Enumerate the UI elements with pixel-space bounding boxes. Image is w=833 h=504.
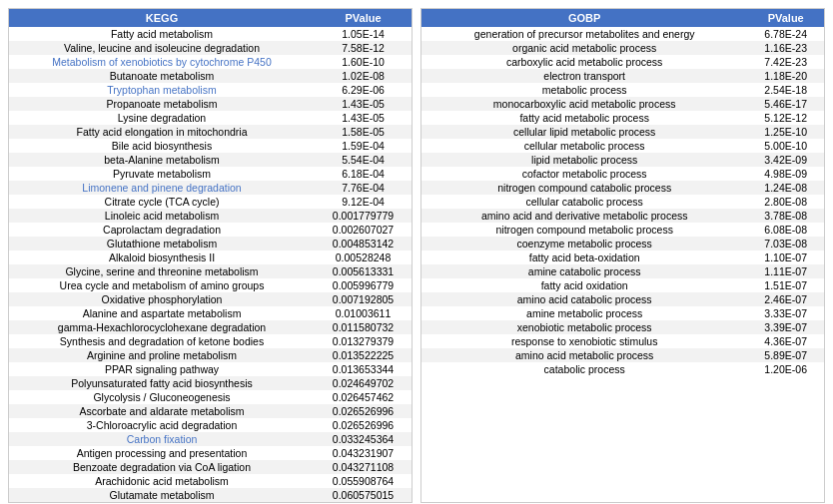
kegg-header-name: KEGG [9, 9, 315, 27]
kegg-pvalue: 9.12E-04 [315, 195, 412, 209]
gobp-pvalue: 1.16E-23 [747, 41, 824, 55]
gobp-pvalue: 2.46E-07 [747, 292, 824, 306]
table-row: Pyruvate metabolism6.18E-04 [9, 167, 412, 181]
kegg-pathway-name: Arachidonic acid metabolism [9, 474, 315, 488]
gobp-process-name: nitrogen compound catabolic process [421, 181, 747, 195]
kegg-pathway-name: Tryptophan metabolism [9, 83, 315, 97]
gobp-pvalue: 3.42E-09 [747, 153, 824, 167]
kegg-pathway-name: Ascorbate and aldarate metabolism [9, 404, 315, 418]
table-row: nitrogen compound metabolic process6.08E… [421, 223, 824, 237]
table-row: Citrate cycle (TCA cycle)9.12E-04 [9, 195, 412, 209]
table-row: Linoleic acid metabolism0.001779779 [9, 209, 412, 223]
gobp-header-pvalue: PValue [747, 9, 824, 27]
table-row: Synthesis and degradation of ketone bodi… [9, 334, 412, 348]
kegg-pvalue: 0.004853142 [315, 237, 412, 251]
table-row: Limonene and pinene degradation7.76E-04 [9, 181, 412, 195]
kegg-pathway-name: Benzoate degradation via CoA ligation [9, 460, 315, 474]
kegg-pvalue: 1.58E-05 [315, 125, 412, 139]
gobp-process-name: cellular lipid metabolic process [421, 125, 747, 139]
kegg-pvalue: 0.060575015 [315, 488, 412, 502]
table-row: xenobiotic metabolic process3.39E-07 [421, 320, 824, 334]
gobp-pvalue: 6.08E-08 [747, 223, 824, 237]
kegg-pathway-name: Synthesis and degradation of ketone bodi… [9, 334, 315, 348]
table-row: cellular lipid metabolic process1.25E-10 [421, 125, 824, 139]
kegg-pathway-name: Antigen processing and presentation [9, 446, 315, 460]
kegg-pvalue: 0.00528248 [315, 251, 412, 264]
table-row: Lysine degradation1.43E-05 [9, 111, 412, 125]
kegg-pvalue: 6.29E-06 [315, 83, 412, 97]
gobp-process-name: generation of precursor metabolites and … [421, 27, 747, 41]
gobp-pvalue: 5.00E-10 [747, 139, 824, 153]
table-row: fatty acid metabolic process5.12E-12 [421, 111, 824, 125]
table-row: Propanoate metabolism1.43E-05 [9, 97, 412, 111]
table-row: cellular metabolic process5.00E-10 [421, 139, 824, 153]
kegg-pathway-name: Alkaloid biosynthesis II [9, 251, 315, 264]
kegg-pvalue: 0.026526996 [315, 418, 412, 432]
gobp-pvalue: 1.24E-08 [747, 181, 824, 195]
kegg-pvalue: 0.055908764 [315, 474, 412, 488]
kegg-pathway-name: Fatty acid elongation in mitochondria [9, 125, 315, 139]
kegg-pvalue: 0.005613331 [315, 264, 412, 278]
kegg-table: KEGG PValue Fatty acid metabolism1.05E-1… [8, 8, 413, 503]
kegg-pvalue: 0.002607027 [315, 223, 412, 237]
kegg-pathway-name: beta-Alanine metabolism [9, 153, 315, 167]
gobp-pvalue: 2.54E-18 [747, 83, 824, 97]
kegg-pvalue: 1.60E-10 [315, 55, 412, 69]
kegg-pathway-name: Urea cycle and metabolism of amino group… [9, 278, 315, 292]
gobp-process-name: fatty acid beta-oxidation [421, 251, 747, 264]
kegg-pvalue: 0.043271108 [315, 460, 412, 474]
kegg-pvalue: 0.026457462 [315, 390, 412, 404]
kegg-pathway-name: Polyunsaturated fatty acid biosynthesis [9, 376, 315, 390]
table-row: Benzoate degradation via CoA ligation0.0… [9, 460, 412, 474]
kegg-pvalue: 0.013279379 [315, 334, 412, 348]
gobp-pvalue: 5.12E-12 [747, 111, 824, 125]
gobp-process-name: metabolic process [421, 83, 747, 97]
gobp-pvalue: 1.18E-20 [747, 69, 824, 83]
table-row: beta-Alanine metabolism5.54E-04 [9, 153, 412, 167]
gobp-process-name: cellular metabolic process [421, 139, 747, 153]
kegg-pvalue: 1.43E-05 [315, 97, 412, 111]
gobp-table: GOBP PValue generation of precursor meta… [420, 8, 825, 503]
gobp-process-name: amine metabolic process [421, 306, 747, 320]
table-row: fatty acid oxidation1.51E-07 [421, 278, 824, 292]
kegg-pathway-name: PPAR signaling pathway [9, 362, 315, 376]
kegg-pvalue: 0.033245364 [315, 432, 412, 446]
gobp-process-name: carboxylic acid metabolic process [421, 55, 747, 69]
table-row: Fatty acid metabolism1.05E-14 [9, 27, 412, 41]
gobp-process-name: organic acid metabolic process [421, 41, 747, 55]
table-row: cellular catabolic process2.80E-08 [421, 195, 824, 209]
gobp-process-name: lipid metabolic process [421, 153, 747, 167]
gobp-process-name: amino acid metabolic process [421, 348, 747, 362]
kegg-pathway-name: Fatty acid metabolism [9, 27, 315, 41]
kegg-pvalue: 0.005996779 [315, 278, 412, 292]
table-row: Urea cycle and metabolism of amino group… [9, 278, 412, 292]
kegg-pvalue: 0.007192805 [315, 292, 412, 306]
table-row: Tryptophan metabolism6.29E-06 [9, 83, 412, 97]
kegg-pathway-name: Butanoate metabolism [9, 69, 315, 83]
kegg-pathway-name: Citrate cycle (TCA cycle) [9, 195, 315, 209]
kegg-header-pvalue: PValue [315, 9, 412, 27]
table-row: amine metabolic process3.33E-07 [421, 306, 824, 320]
gobp-pvalue: 2.80E-08 [747, 195, 824, 209]
kegg-pathway-name: Alanine and aspartate metabolism [9, 306, 315, 320]
table-row: Polyunsaturated fatty acid biosynthesis0… [9, 376, 412, 390]
gobp-process-name: cellular catabolic process [421, 195, 747, 209]
table-row: 3-Chloroacrylic acid degradation0.026526… [9, 418, 412, 432]
table-row: monocarboxylic acid metabolic process5.4… [421, 97, 824, 111]
kegg-pathway-name: Oxidative phosphorylation [9, 292, 315, 306]
kegg-pathway-name: gamma-Hexachlorocyclohexane degradation [9, 320, 315, 334]
kegg-pathway-name: Arginine and proline metabolism [9, 348, 315, 362]
table-row: Glutamate metabolism0.060575015 [9, 488, 412, 502]
table-row: coenzyme metabolic process7.03E-08 [421, 237, 824, 251]
table-row: Bile acid biosynthesis1.59E-04 [9, 139, 412, 153]
table-row: electron transport1.18E-20 [421, 69, 824, 83]
kegg-pvalue: 0.01003611 [315, 306, 412, 320]
kegg-pvalue: 7.76E-04 [315, 181, 412, 195]
kegg-pathway-name: Glutamate metabolism [9, 488, 315, 502]
table-row: amino acid metabolic process5.89E-07 [421, 348, 824, 362]
gobp-process-name: monocarboxylic acid metabolic process [421, 97, 747, 111]
gobp-pvalue: 3.78E-08 [747, 209, 824, 223]
kegg-pvalue: 0.001779779 [315, 209, 412, 223]
kegg-pvalue: 0.013522225 [315, 348, 412, 362]
table-row: Arachidonic acid metabolism0.055908764 [9, 474, 412, 488]
